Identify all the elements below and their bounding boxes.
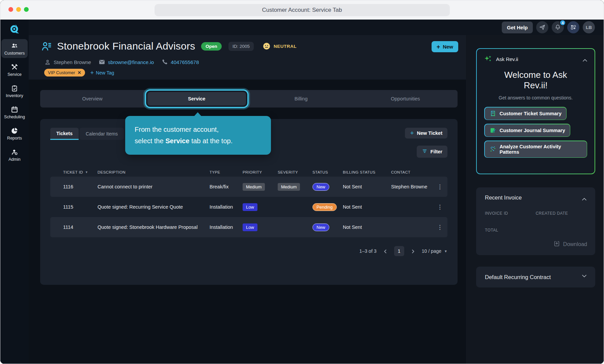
sidebar-item-inventory[interactable]: Inventory	[1, 82, 28, 100]
main-content: Stonebrook Financial Advisors Open ID: 2…	[29, 35, 466, 364]
filter-button[interactable]: Filter	[417, 146, 447, 158]
tab-label: Opportunities	[391, 96, 420, 101]
prev-page-button[interactable]	[383, 249, 387, 253]
ticket-type: Installation	[210, 224, 243, 230]
mail-icon	[99, 59, 105, 65]
new-tag-button[interactable]: + New Tag	[90, 70, 114, 75]
customers-icon	[11, 42, 18, 50]
tab-service[interactable]: Service	[144, 90, 249, 108]
sidebar-item-label: Scheduling	[4, 115, 25, 119]
invoice-field-labels: INVOICE ID CREATED DATE	[485, 211, 586, 216]
ticket-description: Quote signed: Recurring Service Quote	[98, 204, 210, 210]
close-window-button[interactable]	[8, 7, 13, 12]
tab-label: Service	[147, 92, 246, 105]
table-header: TICKET ID▼DESCRIPTIONTYPEPRIORITYSEVERIT…	[50, 168, 447, 177]
priority-badge: Medium	[243, 183, 265, 191]
tab-billing[interactable]: Billing	[249, 90, 353, 108]
download-icon	[553, 240, 560, 248]
ticket-status: New	[312, 183, 343, 191]
right-panel: Ask Rev.ii Welcome to Ask Rev.ii! Get an…	[466, 35, 604, 364]
ticket-row-1115[interactable]: 1115Quote signed: Recurring Service Quot…	[50, 197, 447, 217]
ask-action-customer-ticket-summary[interactable]: Customer Ticket Summary	[484, 107, 567, 120]
minimize-window-button[interactable]	[16, 7, 21, 12]
recurring-contract-card: Default Recurring Contract	[476, 267, 595, 287]
customer-email-link[interactable]: sbrowne@finance.io	[108, 59, 154, 65]
ticket-status: Pending	[312, 203, 343, 211]
traffic-lights	[8, 7, 29, 12]
ticket-summary-icon	[490, 110, 496, 117]
current-page-button[interactable]: 1	[394, 246, 404, 256]
person-icon	[44, 59, 51, 65]
view-tabs: TicketsCalendar Items	[50, 128, 124, 140]
ticket-id: 1116	[50, 184, 98, 189]
window-title: Customer Account: Service Tab	[155, 4, 450, 16]
app-root: CustomersServiceInventorySchedulingRepor…	[0, 20, 604, 364]
get-help-button[interactable]: Get Help	[502, 22, 533, 33]
notification-count-badge: 4	[559, 20, 566, 26]
zoom-window-button[interactable]	[24, 7, 29, 12]
new-ticket-label: New Ticket	[417, 130, 443, 136]
remove-tag-icon[interactable]: ✕	[78, 70, 81, 75]
download-invoice-button[interactable]: Download	[553, 240, 587, 248]
filter-icon	[422, 148, 428, 155]
send-feedback-button[interactable]	[536, 21, 548, 33]
ticket-description: Cannot connect to printer	[98, 184, 210, 189]
status-badge: Open	[201, 42, 222, 51]
expand-contract-button[interactable]	[582, 275, 586, 279]
ask-action-customer-journal-summary[interactable]: Customer Journal Summary	[484, 124, 570, 137]
sort-caret-icon: ▼	[85, 171, 88, 174]
table-body: 1116Cannot connect to printerBreak/fixMe…	[50, 177, 447, 237]
ticket-priority: Low	[243, 223, 278, 231]
sidebar-item-service[interactable]: Service	[1, 60, 28, 79]
priority-badge: Low	[243, 223, 257, 231]
column-header-description: DESCRIPTION	[98, 170, 210, 174]
recent-invoice-title: Recent Invoice	[485, 194, 522, 201]
sidebar-item-reports[interactable]: Reports	[1, 124, 28, 143]
sidebar-item-customers[interactable]: Customers	[1, 39, 28, 58]
row-actions-menu-button[interactable]: ⋮	[437, 204, 447, 211]
view-tab-tickets[interactable]: Tickets	[50, 128, 79, 140]
tab-overview[interactable]: Overview	[40, 90, 144, 108]
row-actions-menu-button[interactable]: ⋮	[437, 183, 447, 190]
page-size-label: 10 / page	[422, 248, 441, 254]
customer-phone-link[interactable]: 4047655678	[171, 59, 199, 65]
sidebar-item-admin[interactable]: Admin	[1, 145, 28, 164]
column-header-billing-status: BILLING STATUS	[343, 170, 391, 174]
new-record-button[interactable]: + New	[432, 41, 458, 52]
sparkles-icon	[484, 55, 492, 63]
ticket-id: 1114	[50, 224, 98, 230]
ticket-row-1116[interactable]: 1116Cannot connect to printerBreak/fixMe…	[50, 177, 447, 197]
next-page-button[interactable]	[411, 249, 415, 253]
ticket-row-1114[interactable]: 1114Quote signed: Stonebrook Hardware Pr…	[50, 217, 447, 237]
recent-invoice-card: Recent Invoice INVOICE ID CREATED DATE T…	[476, 187, 595, 255]
row-actions-menu-button[interactable]: ⋮	[437, 224, 447, 231]
window-titlebar: Customer Account: Service Tab	[0, 0, 604, 20]
column-header-ticket-id[interactable]: TICKET ID▼	[50, 170, 98, 174]
view-tab-calendar-items[interactable]: Calendar Items	[80, 128, 124, 140]
vip-customer-tag[interactable]: VIP Customer ✕	[44, 69, 85, 77]
contact-name: Stephen Browne	[54, 59, 91, 65]
new-ticket-button[interactable]: + New Ticket	[405, 128, 447, 139]
sidebar-item-scheduling[interactable]: Scheduling	[1, 103, 28, 122]
ask-action-label: Customer Ticket Summary	[500, 111, 561, 116]
collapse-ask-revii-button[interactable]	[583, 57, 587, 61]
apps-menu-button[interactable]	[567, 21, 579, 33]
new-tag-label: New Tag	[96, 70, 114, 75]
app-logo[interactable]	[0, 20, 29, 36]
ask-revii-card: Ask Rev.ii Welcome to Ask Rev.ii! Get an…	[476, 48, 595, 174]
notifications-button[interactable]: 4	[552, 21, 564, 33]
new-button-label: New	[443, 44, 453, 50]
user-avatar[interactable]: LB	[583, 21, 595, 33]
tab-opportunities[interactable]: Opportunities	[353, 90, 458, 108]
collapse-invoice-button[interactable]	[582, 195, 586, 200]
column-header-priority: PRIORITY	[243, 170, 278, 174]
customer-name: Stonebrook Financial Advisors	[57, 40, 195, 52]
ask-action-analyze-customer-activity-patterns[interactable]: Analyze Customer Activity Patterns	[484, 141, 587, 158]
page-size-select[interactable]: 10 / page ▼	[422, 248, 447, 254]
activity-patterns-icon	[490, 146, 496, 153]
invoice-id-label: INVOICE ID	[485, 211, 536, 216]
sidebar-item-label: Admin	[8, 157, 20, 162]
sentiment-indicator: NEUTRAL	[263, 42, 297, 50]
neutral-face-icon	[263, 42, 271, 50]
topbar: Get Help 4	[29, 20, 604, 35]
